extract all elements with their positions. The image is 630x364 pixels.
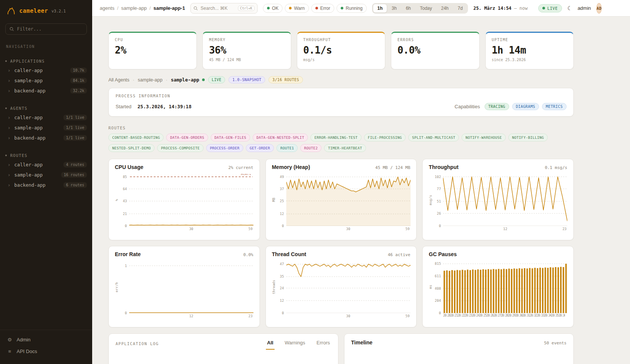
- sidebar-item-sample-app[interactable]: ›sample-app16 routes: [0, 170, 92, 180]
- sidebar-item-label: sample-app: [14, 78, 66, 83]
- breadcrumb-item-agents[interactable]: agents: [100, 5, 114, 11]
- breadcrumb-item-sample-app[interactable]: sample-app: [121, 5, 147, 11]
- sidebar-item-caller-app[interactable]: ›caller-app1/1 live: [0, 112, 92, 123]
- status-filter-warn[interactable]: Warn: [285, 4, 309, 13]
- y-tick-label: 49: [280, 175, 284, 179]
- route-pill-get-order[interactable]: GET-ORDER: [246, 144, 274, 152]
- sidebar-section-header[interactable]: ROUTES: [0, 151, 92, 160]
- context-crumb-all-agents[interactable]: All Agents: [108, 77, 130, 83]
- moon-icon: ☾: [567, 5, 572, 11]
- routes-block: ROUTES CONTENT-BASED-ROUTINGDATA-GEN-ORD…: [108, 126, 574, 152]
- live-badge[interactable]: LIVE: [538, 4, 562, 12]
- y-tick-label: 0: [282, 311, 284, 315]
- chevron-right-icon: ›: [8, 68, 11, 73]
- route-pill-timer-heartbeat[interactable]: TIMER-HEARTBEAT: [324, 144, 366, 152]
- y-tick-label: 43: [123, 199, 127, 203]
- time-range-today[interactable]: Today: [415, 4, 437, 13]
- sidebar-filter-input[interactable]: [17, 26, 83, 32]
- y-tick-label: 204: [435, 299, 441, 303]
- route-pill-process-order[interactable]: PROCESS-ORDER: [206, 144, 243, 152]
- status-filter-running[interactable]: Running: [337, 4, 367, 13]
- sidebar-sections: APPLICATIONS›caller-app10.7k›sample-app8…: [0, 49, 92, 190]
- sidebar-section-applications: APPLICATIONS›caller-app10.7k›sample-app8…: [0, 57, 92, 96]
- y-tick-label: 0: [125, 311, 127, 315]
- route-pill-data-gen-nested-split[interactable]: DATA-GEN-NESTED-SPLIT: [253, 134, 308, 141]
- sidebar-item-admin[interactable]: ⚙ Admin: [0, 334, 92, 346]
- sidebar-item-badge: 1/1 live: [63, 125, 87, 131]
- app-logo[interactable]: cameleer v3.2.1: [0, 0, 92, 20]
- x-tick-label: 30: [346, 314, 351, 318]
- time-range-7d[interactable]: 7d: [453, 4, 467, 13]
- search-box[interactable]: Search... ⌘K Ctrl+K: [190, 3, 258, 14]
- breadcrumb-separator: /: [117, 5, 119, 11]
- chart-svg: [129, 261, 253, 313]
- status-filter-error[interactable]: Error: [311, 4, 335, 13]
- log-tab-all[interactable]: All: [266, 340, 275, 350]
- log-tabs: AllWarningsErrors: [266, 340, 331, 350]
- route-pill-data-gen-orders[interactable]: DATA-GEN-ORDERS: [166, 134, 208, 141]
- datetime-picker[interactable]: 25. März 14:54 – now: [473, 6, 528, 11]
- stat-subtext: msg/s: [303, 58, 379, 62]
- y-axis-label: ms: [429, 261, 433, 313]
- route-pill-notify-billing[interactable]: NOTIFY-BILLING: [508, 134, 548, 141]
- stat-value: 0.1/s: [303, 45, 379, 56]
- sidebar-item-sample-app[interactable]: ›sample-app1/1 live: [0, 123, 92, 133]
- route-pill-nested-split-demo[interactable]: NESTED-SPLIT-DEMO: [108, 144, 154, 152]
- stat-subtext: since 25.3.2026: [492, 58, 567, 62]
- route-pill-process-composite[interactable]: PROCESS-COMPOSITE: [157, 144, 203, 152]
- sidebar-item-backend-app[interactable]: ›backend-app6 routes: [0, 180, 92, 190]
- time-range-3h[interactable]: 3h: [387, 4, 401, 13]
- avatar[interactable]: AD: [596, 3, 602, 14]
- y-tick-label: 37: [280, 187, 284, 191]
- chart-current-value: 45 MB / 124 MB: [375, 165, 411, 170]
- application-log-title: APPLICATION LOG: [116, 340, 159, 346]
- chart-svg: [286, 174, 411, 226]
- theme-toggle-button[interactable]: ☾: [567, 3, 572, 14]
- y-axis-label: MB: [272, 174, 276, 226]
- sidebar-section-header[interactable]: APPLICATIONS: [0, 57, 92, 65]
- sidebar-item-badge: 84.1k: [70, 78, 87, 83]
- stat-value: 1h 14m: [492, 45, 567, 56]
- y-axis-ticks: 021436485: [119, 174, 129, 226]
- log-tab-errors[interactable]: Errors: [315, 340, 331, 350]
- sidebar-section-header[interactable]: AGENTS: [0, 104, 92, 112]
- stat-card: MEMORY 36% 45 MB / 124 MB: [202, 32, 291, 69]
- sidebar-filter[interactable]: [5, 23, 87, 35]
- route-pill-route2[interactable]: ROUTE2: [300, 144, 321, 152]
- sidebar: cameleer v3.2.1 NAVIGATION APPLICATIONS›…: [0, 0, 92, 364]
- sidebar-item-backend-app[interactable]: ›backend-app32.2k: [0, 86, 92, 96]
- chart-card-throughput: Throughput 0.1 msg/s msg/s 0265177102 12…: [422, 159, 574, 240]
- context-badge-live: LIVE: [208, 76, 225, 83]
- route-pill-content-based-routing[interactable]: CONTENT-BASED-ROUTING: [108, 134, 164, 141]
- chart-title: CPU Usage: [115, 164, 143, 170]
- y-tick-label: 35: [280, 275, 284, 278]
- route-pill-data-gen-files[interactable]: DATA-GEN-FILES: [211, 134, 250, 141]
- sidebar-item-caller-app[interactable]: ›caller-app4 routes: [0, 160, 92, 170]
- chart-current-value: 2% current: [228, 165, 253, 170]
- y-tick-label: 102: [435, 175, 441, 179]
- route-pill-split-and-multicast[interactable]: SPLIT-AND-MULTICAST: [408, 134, 459, 141]
- chart-card-error-rate: Error Rate 0.0% err/h 01 1223: [108, 246, 260, 327]
- sidebar-item-api-docs[interactable]: ≡ API Docs: [0, 346, 92, 357]
- sidebar-item-label: backend-app: [14, 88, 66, 94]
- time-range-6h[interactable]: 6h: [401, 4, 415, 13]
- route-pill-notify-warehouse[interactable]: NOTIFY-WAREHOUSE: [462, 134, 505, 141]
- status-filter-ok[interactable]: OK: [263, 4, 283, 13]
- datetime-separator: –: [514, 6, 517, 11]
- time-range-1h[interactable]: 1h: [373, 4, 387, 13]
- log-tab-warnings[interactable]: Warnings: [284, 340, 306, 350]
- sidebar-item-sample-app[interactable]: ›sample-app84.1k: [0, 75, 92, 86]
- route-pill-route1[interactable]: ROUTE1: [276, 144, 298, 152]
- time-range-24h[interactable]: 24h: [437, 4, 453, 13]
- breadcrumb-item-sample-app-1[interactable]: sample-app-1: [153, 5, 185, 11]
- context-crumb-sample-app[interactable]: sample-app: [138, 77, 162, 83]
- routes-title: ROUTES: [108, 126, 574, 130]
- sidebar-item-caller-app[interactable]: ›caller-app10.7k: [0, 65, 92, 75]
- x-tick-label: 30: [189, 227, 193, 231]
- sidebar-item-backend-app[interactable]: ›backend-app1/1 live: [0, 133, 92, 143]
- x-axis-ticks: 3059: [286, 226, 411, 232]
- context-crumb-sample-app[interactable]: sample-app: [171, 77, 199, 83]
- route-pill-error-handling-test[interactable]: ERROR-HANDLING-TEST: [310, 134, 361, 141]
- route-pill-file-processing[interactable]: FILE-PROCESSING: [364, 134, 406, 141]
- breadcrumb: agents/sample-app/sample-app-1: [100, 5, 185, 11]
